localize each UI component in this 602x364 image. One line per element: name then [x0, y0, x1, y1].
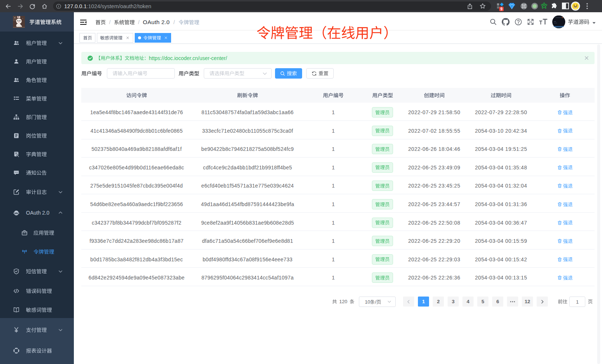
svg-text:9: 9 — [500, 7, 503, 11]
